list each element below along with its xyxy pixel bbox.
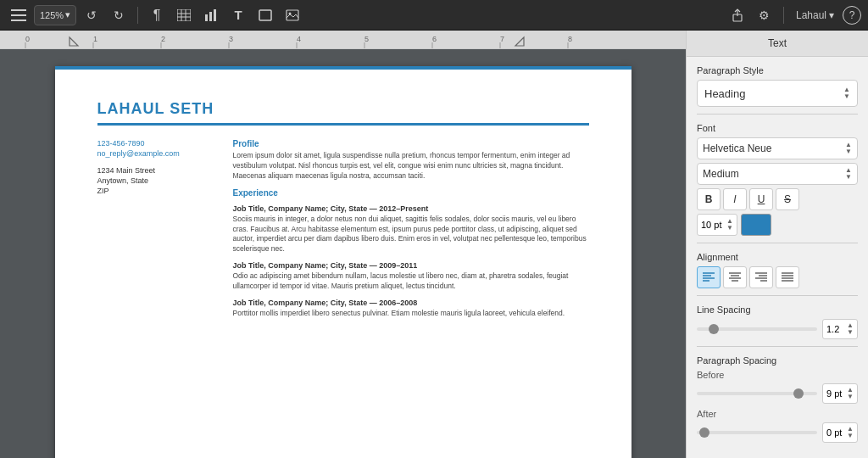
paragraph-style-stepper[interactable]: ▲ ▼ [843, 87, 850, 100]
header-border [55, 66, 632, 70]
main-area: 0 1 2 3 4 5 6 7 8 [0, 31, 868, 458]
after-stepper[interactable]: ▲ ▼ [847, 426, 854, 439]
fontsize-stepper[interactable]: ▲ ▼ [726, 218, 733, 232]
chart-tool-button[interactable] [199, 3, 223, 27]
line-spacing-stepper[interactable]: ▲ ▼ [847, 322, 854, 336]
format-buttons-row: B I U S [697, 188, 858, 210]
main-toolbar: 125% ▾ ↺ ↻ ¶ T ⚙ Lahaul ▾ ? [0, 0, 868, 31]
svg-text:2: 2 [161, 35, 165, 43]
job2-title: Job Title, Company Name; City, State — 2… [233, 261, 589, 270]
resume-right-column: Profile Lorem ipsum dolor sit amet, ligu… [233, 139, 589, 322]
svg-rect-15 [0, 31, 686, 49]
toolbar-right: ⚙ Lahaul ▾ ? [726, 3, 861, 27]
ruler: 0 1 2 3 4 5 6 7 8 [0, 31, 686, 49]
font-family-value: Helvetica Neue [703, 142, 771, 154]
toolbar-divider-2 [783, 7, 784, 24]
underline-button[interactable]: U [749, 188, 773, 210]
job2-text: Odio ac adipiscing amet bibendum nullam,… [233, 271, 589, 292]
profile-text: Lorem ipsum dolor sit amet, ligula suspe… [233, 151, 589, 182]
alignment-label: Alignment [697, 252, 858, 262]
svg-rect-2 [11, 20, 26, 21]
para-spacing-label: Paragraph Spacing [697, 355, 858, 366]
svg-text:7: 7 [500, 35, 504, 43]
after-label: After [697, 409, 858, 419]
divider-3 [697, 295, 858, 296]
before-spacing-track[interactable] [697, 392, 817, 395]
align-right-button[interactable] [749, 266, 773, 288]
svg-rect-3 [177, 9, 191, 21]
help-button[interactable]: ? [843, 6, 861, 25]
strikethrough-button[interactable]: S [776, 188, 799, 210]
bold-button[interactable]: B [697, 188, 721, 210]
paragraph-style-dropdown[interactable]: Heading ▲ ▼ [697, 80, 858, 107]
text-tool-button[interactable]: T [226, 3, 250, 27]
app-menu-button[interactable] [7, 3, 31, 27]
user-menu-button[interactable]: Lahaul ▾ [791, 9, 839, 21]
line-spacing-label: Line Spacing [697, 304, 858, 315]
paragraph-style-label: Paragraph Style [697, 65, 858, 75]
zoom-select[interactable]: 125% ▾ [34, 5, 76, 25]
section-profile-title: Profile [233, 139, 589, 148]
resume-address: 1234 Main Street Anytown, State ZIP [97, 166, 216, 195]
toolbar-left: 125% ▾ ↺ ↻ ¶ T [7, 3, 304, 27]
divider-2 [697, 243, 858, 243]
settings-button[interactable]: ⚙ [753, 3, 776, 27]
color-swatch[interactable] [741, 214, 771, 236]
svg-rect-11 [259, 10, 271, 20]
resume-content: LAHAUL SETH 123-456-7890 no_reply@exampl… [97, 100, 589, 322]
font-weight-value: Medium [703, 168, 739, 180]
job1-text: Sociis mauris in integer, a dolor netus … [233, 215, 589, 255]
font-family-select[interactable]: Helvetica Neue ▲ ▼ [697, 137, 858, 159]
line-spacing-thumb[interactable] [709, 324, 719, 334]
fontsize-input[interactable]: 10 pt ▲ ▼ [697, 214, 737, 236]
before-label: Before [697, 370, 858, 380]
svg-text:1: 1 [93, 35, 97, 43]
undo-button[interactable]: ↺ [80, 3, 103, 27]
image-tool-button[interactable] [281, 3, 304, 27]
document-page: LAHAUL SETH 123-456-7890 no_reply@exampl… [55, 66, 632, 458]
document-area: 0 1 2 3 4 5 6 7 8 [0, 31, 686, 458]
line-spacing-row: 1.2 ▲ ▼ [697, 319, 858, 339]
stepper-down[interactable]: ▼ [843, 93, 850, 100]
panel-header: Text [687, 31, 868, 57]
line-spacing-track[interactable] [697, 327, 817, 331]
ruler-svg: 0 1 2 3 4 5 6 7 8 [0, 31, 686, 49]
job1-title: Job Title, Company Name; City, State — 2… [233, 204, 589, 213]
font-family-stepper[interactable]: ▲ ▼ [845, 142, 852, 155]
font-weight-stepper[interactable]: ▲ ▼ [845, 167, 852, 181]
section-experience-title: Experience [233, 188, 589, 198]
svg-rect-8 [205, 14, 208, 21]
align-center-button[interactable] [723, 266, 747, 288]
resume-email: no_reply@example.com [97, 149, 180, 158]
after-spacing-track[interactable] [697, 431, 817, 434]
before-spacing-row: 9 pt ▲ ▼ [697, 383, 858, 404]
job3-title: Job Title, Company Name; City, State — 2… [233, 299, 589, 307]
italic-button[interactable]: I [723, 188, 747, 210]
font-label: Font [697, 123, 858, 133]
redo-button[interactable]: ↻ [107, 3, 131, 27]
after-spacing-thumb[interactable] [699, 427, 709, 438]
before-stepper[interactable]: ▲ ▼ [847, 387, 854, 400]
table-tool-button[interactable] [172, 3, 196, 27]
divider-1 [697, 114, 858, 114]
alignment-row [697, 266, 858, 288]
share-button[interactable] [726, 3, 749, 27]
svg-text:8: 8 [568, 35, 572, 43]
align-justify-button[interactable] [776, 266, 799, 288]
svg-text:5: 5 [364, 35, 369, 43]
font-weight-select[interactable]: Medium ▲ ▼ [697, 163, 858, 185]
before-spacing-thumb[interactable] [793, 388, 804, 399]
before-spacing-input[interactable]: 9 pt ▲ ▼ [822, 383, 858, 404]
fontsize-value: 10 pt [701, 220, 721, 230]
panel-content: Paragraph Style Heading ▲ ▼ Font Helveti… [687, 57, 868, 451]
line-spacing-value: 1.2 [826, 324, 839, 334]
align-left-button[interactable] [697, 266, 721, 288]
paragraph-tool-button[interactable]: ¶ [145, 3, 169, 27]
svg-rect-0 [11, 9, 26, 11]
svg-text:6: 6 [432, 35, 437, 43]
line-spacing-input[interactable]: 1.2 ▲ ▼ [822, 319, 858, 339]
shape-tool-button[interactable] [253, 3, 277, 27]
after-spacing-input[interactable]: 0 pt ▲ ▼ [822, 422, 858, 443]
svg-rect-9 [209, 12, 212, 21]
resume-name: LAHAUL SETH [97, 100, 589, 118]
